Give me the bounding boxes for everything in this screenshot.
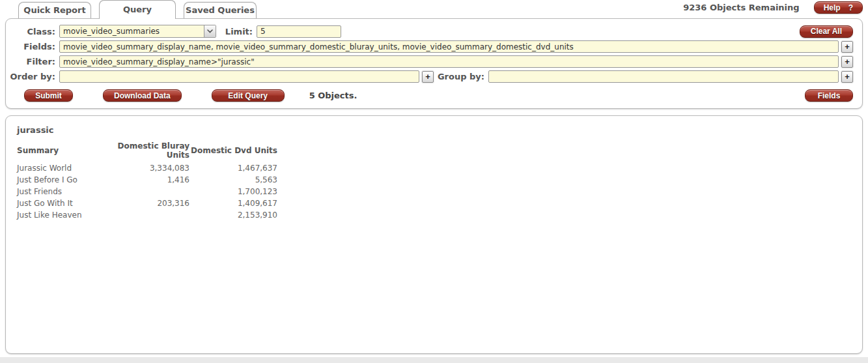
class-select[interactable]: movie_video_summaries [59, 25, 216, 38]
class-label: Class: [8, 27, 59, 36]
column-header-domestic-dvd-units: Domestic Dvd Units [189, 140, 277, 162]
submit-button[interactable]: Submit [24, 89, 73, 102]
table-row: Jurassic World3,334,0831,467,637 [17, 162, 277, 174]
limit-label: Limit: [216, 27, 257, 36]
class-select-value: movie_video_summaries [60, 25, 204, 37]
order-by-label: Order by: [8, 72, 59, 81]
add-order-by-button[interactable]: + [422, 71, 434, 83]
cell-value: 1,700,123 [189, 186, 277, 197]
cell-value: 2,153,910 [189, 209, 277, 221]
fields-input[interactable] [59, 40, 839, 53]
clear-all-button[interactable]: Clear All [800, 25, 853, 38]
order-group-row: Order by: + Group by: + [8, 70, 853, 83]
results-panel: jurassic Summary Domestic Bluray Units D… [5, 115, 863, 354]
actions-row: Submit Download Data Edit Query 5 Object… [24, 89, 853, 102]
filter-row: Filter: + [8, 55, 853, 68]
cell-summary: Just Go With It [17, 197, 94, 209]
cell-value: 1,416 [94, 174, 189, 186]
limit-input[interactable] [257, 25, 341, 38]
query-form-panel: Class: movie_video_summaries Limit: Clea… [5, 18, 863, 109]
cell-value: 1,409,617 [189, 197, 277, 209]
filter-label: Filter: [8, 57, 59, 66]
table-row: Just Before I Go1,4165,563 [17, 174, 277, 186]
tab-quick-report[interactable]: Quick Report [18, 2, 91, 18]
cell-value: 1,467,637 [189, 162, 277, 174]
download-data-button[interactable]: Download Data [103, 89, 182, 102]
help-button[interactable]: Help ? [814, 1, 863, 14]
cell-summary: Just Friends [17, 186, 94, 197]
fields-button[interactable]: Fields [805, 89, 853, 102]
results-title: jurassic [17, 125, 851, 135]
question-mark-icon: ? [848, 3, 853, 12]
chevron-down-icon [204, 25, 216, 37]
group-by-input[interactable] [488, 70, 839, 83]
cell-value [94, 209, 189, 221]
cell-value: 203,316 [94, 197, 189, 209]
cell-summary: Jurassic World [17, 162, 94, 174]
window-bottom-edge [0, 357, 868, 363]
column-header-summary: Summary [17, 140, 94, 162]
table-row: Just Friends1,700,123 [17, 186, 277, 197]
column-header-domestic-bluray-units: Domestic Bluray Units [94, 140, 189, 162]
cell-summary: Just Before I Go [17, 174, 94, 186]
add-field-button[interactable]: + [841, 41, 853, 53]
cell-value: 3,334,083 [94, 162, 189, 174]
objects-remaining-label: 9236 Objects Remaining [683, 3, 799, 12]
tab-saved-queries[interactable]: Saved Queries [184, 2, 257, 18]
tab-query[interactable]: Query [99, 0, 176, 19]
fields-label: Fields: [8, 42, 59, 51]
tab-bar: Quick Report Query Saved Queries 9236 Ob… [0, 0, 868, 18]
order-by-input[interactable] [59, 70, 419, 83]
objects-count-label: 5 Objects. [309, 91, 357, 100]
cell-summary: Just Like Heaven [17, 209, 94, 221]
table-row: Just Go With It203,3161,409,617 [17, 197, 277, 209]
table-row: Just Like Heaven2,153,910 [17, 209, 277, 221]
add-filter-button[interactable]: + [841, 56, 853, 68]
filter-input[interactable] [59, 55, 839, 68]
class-row: Class: movie_video_summaries Limit: Clea… [8, 25, 853, 38]
help-button-label: Help [824, 3, 841, 12]
group-by-label: Group by: [434, 72, 488, 81]
results-table-body: Jurassic World3,334,0831,467,637Just Bef… [17, 162, 277, 221]
edit-query-button[interactable]: Edit Query [212, 89, 285, 102]
add-group-by-button[interactable]: + [841, 71, 853, 83]
cell-value: 5,563 [189, 174, 277, 186]
table-header-row: Summary Domestic Bluray Units Domestic D… [17, 140, 277, 162]
cell-value [94, 186, 189, 197]
results-table: Summary Domestic Bluray Units Domestic D… [17, 140, 277, 221]
fields-row: Fields: + [8, 40, 853, 53]
